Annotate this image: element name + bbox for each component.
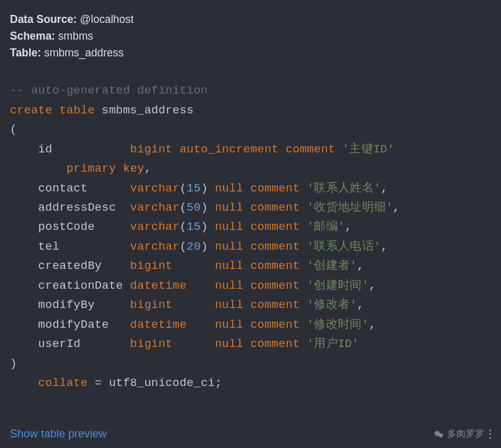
schema-label: Schema:: [10, 30, 55, 42]
header-block: Data Source: @localhost Schema: smbms Ta…: [10, 11, 491, 61]
sql-comment: -- auto-generated definition: [10, 84, 208, 97]
str-creationdate: '创建时间': [307, 279, 369, 292]
schema-value: smbms: [58, 30, 93, 42]
col-id: id: [38, 143, 53, 156]
col-tel: tel: [38, 240, 60, 253]
svg-point-1: [439, 433, 443, 437]
str-modifydate: '修改时间': [307, 318, 369, 332]
col-addressdesc: addressDesc: [38, 201, 116, 214]
footer: Show table preview 多肉罗罗: [10, 428, 491, 441]
type-varchar: varchar: [130, 182, 180, 195]
header-table: Table: smbms_address: [10, 45, 491, 61]
str-createdby: '创建者': [307, 260, 357, 273]
str-modifyby: '修改者': [307, 299, 357, 312]
datasource-value: @localhost: [80, 13, 134, 25]
ddl-panel: Data Source: @localhost Schema: smbms Ta…: [0, 0, 501, 448]
col-createdby: createdBy: [38, 260, 102, 273]
auto-inc: auto_increment: [180, 143, 279, 156]
header-datasource: Data Source: @localhost: [10, 11, 491, 28]
collate-value: utf8_unicode_ci: [109, 377, 215, 390]
wechat-icon: [433, 429, 445, 440]
kw-create: create: [10, 104, 52, 117]
kw-pk: primary key: [66, 162, 144, 175]
show-table-preview-link[interactable]: Show table preview: [10, 428, 107, 441]
str-addressdesc: '收货地址明细': [307, 201, 393, 214]
sql-code: -- auto-generated definition create tabl…: [10, 81, 491, 425]
kw-null: null: [215, 182, 244, 195]
comma: ,: [144, 162, 151, 175]
kw-comment: comment: [250, 182, 300, 195]
col-userid: userId: [38, 338, 81, 351]
kw-collate: collate: [38, 377, 88, 390]
str-tel: '联系人电话': [307, 240, 381, 253]
kw-comment: comment: [286, 143, 335, 156]
close-paren: ): [10, 358, 17, 371]
str-id: '主键ID': [342, 143, 394, 156]
watermark-text: 多肉罗罗: [447, 428, 484, 440]
sql-tablename: smbms_address: [102, 104, 193, 117]
size-50: 50: [187, 201, 201, 214]
size-15: 15: [187, 182, 201, 195]
str-userid: '用户ID': [307, 338, 359, 351]
col-creationdate: creationDate: [38, 279, 123, 292]
type-bigint: bigint: [130, 143, 172, 156]
header-schema: Schema: smbms: [10, 28, 491, 45]
open-paren: (: [10, 123, 17, 136]
col-contact: contact: [38, 182, 88, 195]
size-20: 20: [187, 240, 201, 253]
str-contact: '联系人姓名': [307, 182, 381, 195]
col-modifyby: modifyBy: [38, 299, 95, 312]
col-postcode: postCode: [38, 221, 95, 234]
datasource-label: Data Source:: [10, 13, 77, 25]
table-label: Table:: [10, 46, 41, 59]
col-modifydate: modifyDate: [38, 318, 109, 332]
table-value: smbms_address: [44, 46, 123, 59]
more-dots-icon[interactable]: [489, 429, 491, 439]
str-postcode: '邮编': [307, 221, 345, 234]
watermark: 多肉罗罗: [433, 428, 491, 440]
kw-table: table: [60, 104, 95, 117]
